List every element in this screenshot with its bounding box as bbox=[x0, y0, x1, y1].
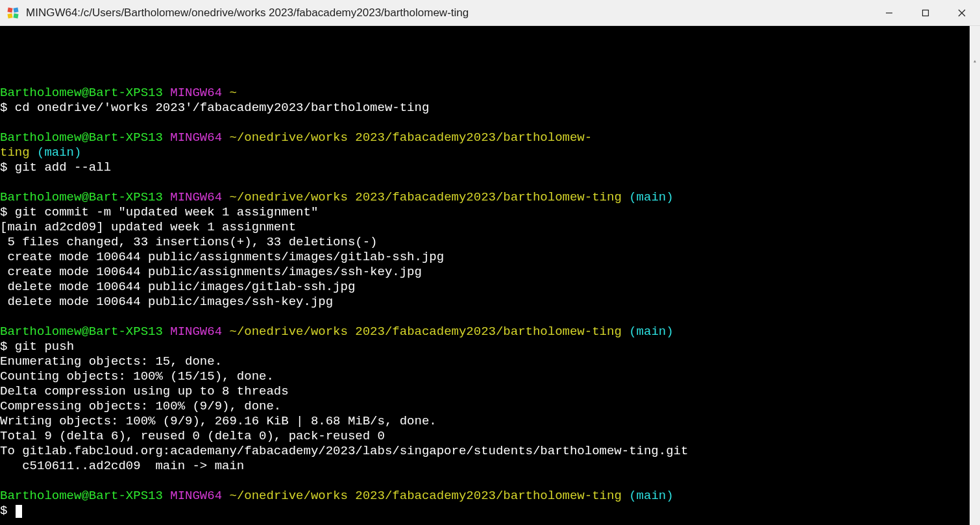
output-line: Enumerating objects: 15, done. bbox=[0, 354, 222, 369]
output-line: delete mode 100644 public/images/ssh-key… bbox=[0, 295, 333, 309]
svg-rect-0 bbox=[7, 7, 12, 12]
prompt-branch: (main) bbox=[629, 190, 673, 204]
close-button[interactable] bbox=[944, 0, 980, 25]
output-line: create mode 100644 public/assignments/im… bbox=[0, 250, 444, 264]
cmd-git-add: git add --all bbox=[15, 160, 111, 175]
prompt-path: ~/onedrive/works 2023/fabacademy2023/bar… bbox=[229, 489, 621, 503]
prompt-dollar: $ bbox=[0, 101, 15, 115]
output-line: Delta compression using up to 8 threads bbox=[0, 384, 289, 398]
prompt-user-host: Bartholomew@Bart-XPS13 bbox=[0, 190, 163, 204]
svg-rect-2 bbox=[7, 13, 12, 18]
prompt-branch: (main) bbox=[629, 324, 673, 339]
prompt-shell: MINGW64 bbox=[170, 130, 222, 145]
output-line: Total 9 (delta 6), reused 0 (delta 0), p… bbox=[0, 429, 385, 443]
svg-rect-5 bbox=[923, 10, 929, 16]
prompt-path: ~/onedrive/works 2023/fabacademy2023/bar… bbox=[229, 324, 621, 339]
prompt-branch: (main) bbox=[37, 145, 81, 160]
prompt-dollar: $ bbox=[0, 205, 15, 219]
output-line: create mode 100644 public/assignments/im… bbox=[0, 265, 422, 279]
maximize-button[interactable] bbox=[907, 0, 944, 25]
app-icon bbox=[6, 6, 19, 19]
output-line: 5 files changed, 33 insertions(+), 33 de… bbox=[0, 235, 378, 249]
prompt-dollar: $ bbox=[0, 504, 15, 518]
output-line: Compressing objects: 100% (9/9), done. bbox=[0, 399, 281, 413]
output-line: delete mode 100644 public/images/gitlab-… bbox=[0, 280, 355, 294]
terminal-area[interactable]: ▴ Bartholomew@Bart-XPS13 MINGW64 ~ $ cd … bbox=[0, 26, 980, 525]
cmd-git-push: git push bbox=[15, 339, 74, 354]
prompt-path: ~ bbox=[229, 86, 236, 100]
prompt-branch: (main) bbox=[629, 489, 673, 503]
output-line: To gitlab.fabcloud.org:academany/fabacad… bbox=[0, 444, 688, 458]
svg-rect-1 bbox=[13, 7, 18, 12]
terminal-cursor bbox=[16, 505, 22, 518]
window-controls bbox=[871, 0, 980, 25]
scrollbar[interactable]: ▴ bbox=[970, 26, 980, 525]
prompt-shell: MINGW64 bbox=[170, 489, 222, 503]
prompt-shell: MINGW64 bbox=[170, 324, 222, 339]
prompt-user-host: Bartholomew@Bart-XPS13 bbox=[0, 489, 163, 503]
svg-rect-3 bbox=[13, 13, 18, 18]
prompt-path: ~/onedrive/works 2023/fabacademy2023/bar… bbox=[229, 190, 621, 204]
prompt-shell: MINGW64 bbox=[170, 190, 222, 204]
prompt-path-wrap: ting bbox=[0, 145, 30, 160]
output-line: c510611..ad2cd09 main -> main bbox=[0, 459, 244, 473]
prompt-shell: MINGW64 bbox=[170, 86, 222, 100]
cmd-cd: cd onedrive/'works 2023'/fabacademy2023/… bbox=[15, 101, 430, 115]
output-line: [main ad2cd09] updated week 1 assignment bbox=[0, 220, 296, 234]
prompt-user-host: Bartholomew@Bart-XPS13 bbox=[0, 130, 163, 145]
window-title: MINGW64:/c/Users/Bartholomew/onedrive/wo… bbox=[26, 6, 871, 19]
prompt-dollar: $ bbox=[0, 339, 15, 354]
minimize-button[interactable] bbox=[871, 0, 907, 25]
cmd-git-commit: git commit -m "updated week 1 assignment… bbox=[15, 205, 318, 219]
output-line: Counting objects: 100% (15/15), done. bbox=[0, 369, 274, 384]
terminal-output: Bartholomew@Bart-XPS13 MINGW64 ~ $ cd on… bbox=[0, 56, 980, 519]
prompt-user-host: Bartholomew@Bart-XPS13 bbox=[0, 86, 163, 100]
window-titlebar: MINGW64:/c/Users/Bartholomew/onedrive/wo… bbox=[0, 0, 980, 26]
scroll-up-icon[interactable]: ▴ bbox=[970, 56, 980, 66]
prompt-path: ~/onedrive/works 2023/fabacademy2023/bar… bbox=[229, 130, 592, 145]
output-line: Writing objects: 100% (9/9), 269.16 KiB … bbox=[0, 414, 437, 428]
prompt-user-host: Bartholomew@Bart-XPS13 bbox=[0, 324, 163, 339]
prompt-dollar: $ bbox=[0, 160, 15, 175]
